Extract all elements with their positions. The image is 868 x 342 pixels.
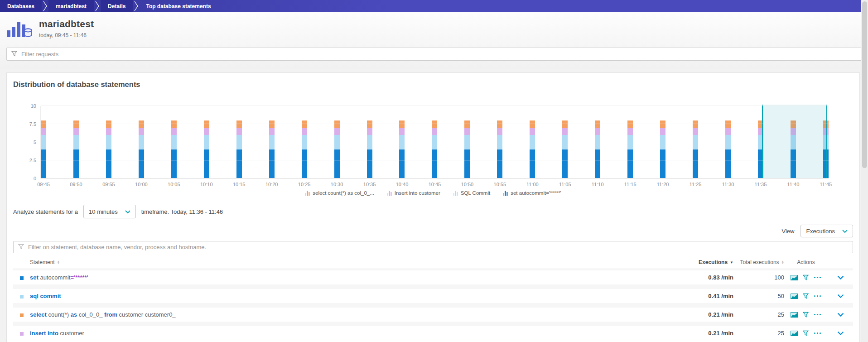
bar-11:25[interactable]: 11:25 <box>693 106 698 178</box>
area-chart-icon[interactable] <box>791 275 798 280</box>
column-header-executions[interactable]: Executions ▼ <box>675 259 733 265</box>
funnel-icon[interactable] <box>803 293 809 299</box>
funnel-icon[interactable] <box>803 275 809 280</box>
bar-segment[interactable] <box>823 135 829 149</box>
breadcrumb-item-databases[interactable]: Databases <box>0 0 42 12</box>
statement-text[interactable]: select count(*) as col_0_0_ from custome… <box>30 311 675 318</box>
chevron-down-icon[interactable] <box>828 313 853 317</box>
bar-10:15[interactable]: 10:15 <box>236 106 242 178</box>
bar-segment[interactable] <box>693 128 698 135</box>
bar-segment[interactable] <box>204 120 209 128</box>
bar-segment[interactable] <box>73 149 79 178</box>
bar-segment[interactable] <box>334 149 340 178</box>
bar-segment[interactable] <box>236 149 242 178</box>
bar-segment[interactable] <box>106 135 111 149</box>
bar-segment[interactable] <box>725 149 731 178</box>
bar-segment[interactable] <box>106 120 111 128</box>
bar-segment[interactable] <box>791 128 796 135</box>
distribution-chart[interactable]: 09:4509:5009:5510:0010:0510:1010:1510:20… <box>40 106 829 178</box>
bar-segment[interactable] <box>41 149 46 178</box>
bar-segment[interactable] <box>693 120 698 128</box>
bar-segment[interactable] <box>595 135 600 149</box>
bar-segment[interactable] <box>758 128 763 135</box>
breadcrumb-item-details[interactable]: Details <box>101 0 133 12</box>
bar-segment[interactable] <box>302 149 307 178</box>
bar-segment[interactable] <box>41 135 46 149</box>
funnel-icon[interactable] <box>803 312 809 318</box>
bar-segment[interactable] <box>758 120 763 128</box>
bar-segment[interactable] <box>595 128 600 135</box>
bar-segment[interactable] <box>627 149 633 178</box>
bar-segment[interactable] <box>432 128 437 135</box>
bar-10:05[interactable]: 10:05 <box>171 106 177 178</box>
bar-segment[interactable] <box>106 149 111 178</box>
area-chart-icon[interactable] <box>791 294 798 299</box>
bar-segment[interactable] <box>399 120 405 128</box>
ellipsis-icon[interactable] <box>814 295 821 297</box>
bar-segment[interactable] <box>725 135 731 149</box>
ellipsis-icon[interactable] <box>814 313 821 316</box>
bar-10:30[interactable]: 10:30 <box>334 106 340 178</box>
bar-segment[interactable] <box>758 135 763 149</box>
bar-segment[interactable] <box>399 149 405 178</box>
bar-10:25[interactable]: 10:25 <box>302 106 307 178</box>
bar-segment[interactable] <box>302 128 307 135</box>
bar-10:35[interactable]: 10:35 <box>367 106 372 178</box>
area-chart-icon[interactable] <box>791 331 798 336</box>
statement-text[interactable]: sql commit <box>30 293 675 299</box>
bar-segment[interactable] <box>367 128 372 135</box>
bar-segment[interactable] <box>791 149 796 178</box>
column-header-total-executions[interactable]: Total executions ▲▼ <box>733 259 784 265</box>
bar-segment[interactable] <box>595 149 600 178</box>
bar-segment[interactable] <box>269 128 275 135</box>
bar-segment[interactable] <box>139 120 144 128</box>
bar-segment[interactable] <box>41 128 46 135</box>
bar-segment[interactable] <box>367 149 372 178</box>
bar-segment[interactable] <box>627 135 633 149</box>
bar-segment[interactable] <box>236 120 242 128</box>
legend-item[interactable]: select count(*) as col_0_... <box>305 190 374 196</box>
bar-segment[interactable] <box>334 135 340 149</box>
bar-segment[interactable] <box>660 135 665 149</box>
bar-11:00[interactable]: 11:00 <box>530 106 535 178</box>
bar-11:05[interactable]: 11:05 <box>562 106 568 178</box>
table-row[interactable]: sql commit0.41 /min50 <box>13 289 853 303</box>
bar-segment[interactable] <box>139 135 144 149</box>
bar-segment[interactable] <box>236 128 242 135</box>
bar-segment[interactable] <box>497 149 502 178</box>
bar-11:30[interactable]: 11:30 <box>725 106 731 178</box>
bar-segment[interactable] <box>464 135 470 149</box>
bar-segment[interactable] <box>823 149 829 178</box>
scrollbar-thumb[interactable] <box>862 1 867 168</box>
bar-09:45[interactable]: 09:45 <box>41 106 46 178</box>
bar-segment[interactable] <box>725 120 731 128</box>
bar-10:00[interactable]: 10:00 <box>139 106 144 178</box>
bar-segment[interactable] <box>204 149 209 178</box>
ellipsis-icon[interactable] <box>814 332 821 334</box>
bar-segment[interactable] <box>432 149 437 178</box>
bar-segment[interactable] <box>791 120 796 128</box>
bar-segment[interactable] <box>660 149 665 178</box>
legend-item[interactable]: SQL Commit <box>453 190 490 196</box>
bar-segment[interactable] <box>204 128 209 135</box>
bar-segment[interactable] <box>269 135 275 149</box>
view-select[interactable]: Executions <box>800 225 853 237</box>
bar-segment[interactable] <box>41 120 46 128</box>
bar-segment[interactable] <box>627 128 633 135</box>
bar-11:15[interactable]: 11:15 <box>627 106 633 178</box>
bar-segment[interactable] <box>823 128 829 135</box>
bar-10:40[interactable]: 10:40 <box>399 106 405 178</box>
chevron-down-icon[interactable] <box>828 331 853 335</box>
vertical-scrollbar[interactable] <box>861 0 868 342</box>
legend-item[interactable]: Insert into customer <box>387 190 440 196</box>
bar-segment[interactable] <box>464 149 470 178</box>
analyze-duration-select[interactable]: 10 minutes <box>83 205 136 218</box>
bar-segment[interactable] <box>497 120 502 128</box>
bar-10:55[interactable]: 10:55 <box>497 106 502 178</box>
bar-segment[interactable] <box>171 135 177 149</box>
bar-segment[interactable] <box>269 120 275 128</box>
bar-segment[interactable] <box>139 149 144 178</box>
bar-segment[interactable] <box>106 128 111 135</box>
bar-segment[interactable] <box>497 128 502 135</box>
bar-10:45[interactable]: 10:45 <box>432 106 437 178</box>
